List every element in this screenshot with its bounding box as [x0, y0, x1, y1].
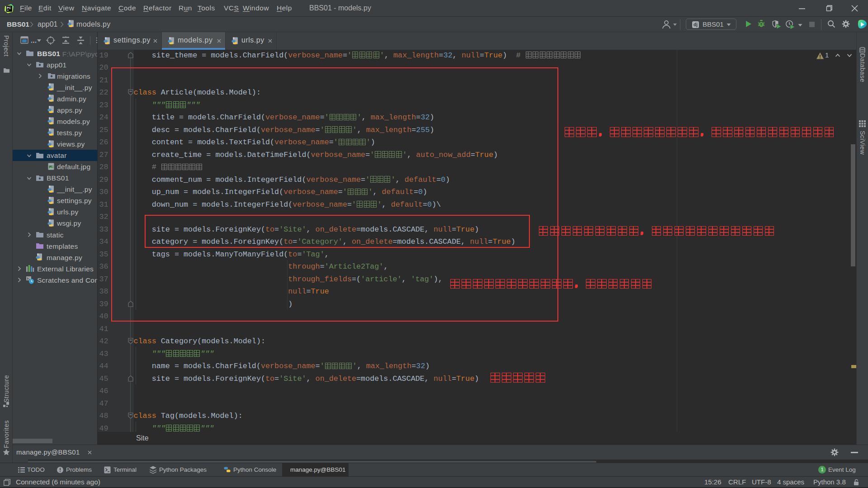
svg-text:PC: PC	[7, 6, 11, 9]
